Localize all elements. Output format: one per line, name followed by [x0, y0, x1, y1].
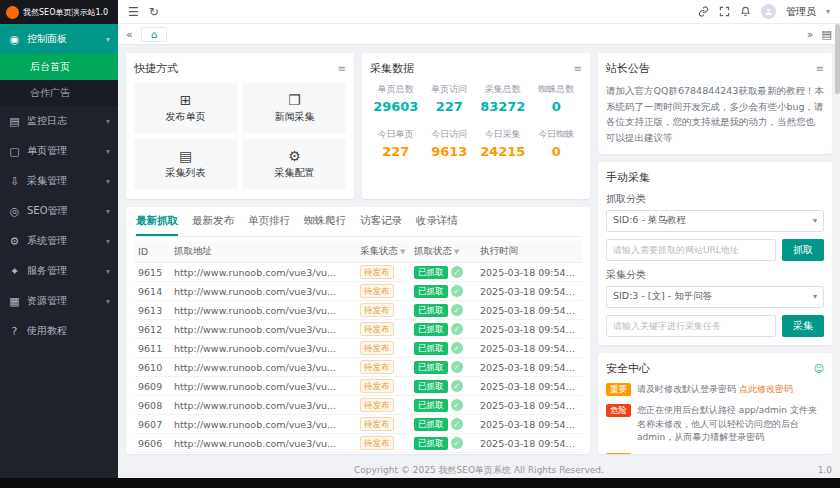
- security-list: 重要请及时修改默认登录密码 点此修改密码危险您正在使用后台默认路径 app/ad…: [606, 383, 824, 454]
- cell-grab-status: 已抓取✓: [410, 282, 476, 301]
- cell-collect-status: 待发布: [356, 415, 410, 434]
- tab-最新抓取[interactable]: 最新抓取: [136, 214, 178, 236]
- sidebar-item-label: 采集管理: [27, 174, 67, 188]
- stat-label: 蜘蛛总数: [531, 83, 583, 96]
- tab-访客记录[interactable]: 访客记录: [360, 214, 402, 236]
- sidebar-item-database[interactable]: ▦资源管理▾: [0, 286, 118, 316]
- app-layout: 我然SEO单页演示站1.0 ◉控制面板▾后台首页合作广告▤监控日志▾▢单页管理▾…: [0, 0, 840, 478]
- table-row: 9608http://www.runoob.com/vue3/vu...待发布已…: [134, 396, 582, 415]
- table-row: 9614http://www.runoob.com/vue3/vu...待发布已…: [134, 282, 582, 301]
- monitor-icon: ▤: [8, 115, 21, 128]
- menu-toggle-icon[interactable]: ☰: [128, 6, 139, 18]
- manual-collect-card: 手动采集 抓取分类 SID:6 - 菜鸟教程 ▾ 抓取 采集分类 SID:3 -…: [598, 162, 832, 345]
- tab-蜘蛛爬行[interactable]: 蜘蛛爬行: [304, 214, 346, 236]
- grab-category-select[interactable]: SID:6 - 菜鸟教程 ▾: [606, 210, 824, 232]
- security-card-header: 安全中心 ☺: [606, 361, 824, 376]
- pending-badge: 待发布: [360, 284, 394, 298]
- fullscreen-icon[interactable]: [719, 6, 730, 17]
- check-icon: ✓: [451, 266, 463, 278]
- security-card: 安全中心 ☺ 重要请及时修改默认登录密码 点此修改密码危险您正在使用后台默认路径…: [598, 353, 832, 454]
- filter-icon[interactable]: ▼: [454, 248, 459, 256]
- card-menu-icon[interactable]: ≡: [574, 63, 582, 74]
- stat-value: 0: [531, 144, 583, 159]
- collect-keyword-input[interactable]: [606, 315, 776, 337]
- table-head: ID抓取地址采集状态▼抓取状态▼执行时间: [134, 241, 582, 263]
- seo-icon: ◎: [8, 205, 21, 218]
- chevron-down-icon: ▾: [106, 35, 110, 44]
- shortcut-collect-gear[interactable]: ⚙采集配置: [243, 139, 346, 189]
- collect-input-row: 采集: [606, 315, 824, 337]
- sidebar-item-service[interactable]: ✦服务管理▾: [0, 256, 118, 286]
- cell-id: 9607: [134, 415, 170, 434]
- cell-url: http://www.runoob.com/vue3/vu...: [170, 358, 356, 377]
- stats-title: 采集数据: [370, 61, 414, 76]
- security-link[interactable]: 点此修改密码: [739, 384, 793, 394]
- cell-collect-status: 待发布: [356, 263, 410, 282]
- card-menu-icon[interactable]: ≡: [338, 63, 346, 74]
- chevron-down-icon: ▾: [106, 267, 110, 276]
- footer-text: Copyright © 2025 我然SEO单页系统 All Rights Re…: [354, 464, 604, 477]
- sidebar-item-monitor[interactable]: ▤监控日志▾: [0, 106, 118, 136]
- collect-button[interactable]: 采集: [782, 315, 824, 337]
- sidebar-subitem[interactable]: 合作广告: [0, 80, 118, 106]
- chevron-down-icon: ▾: [813, 292, 817, 301]
- sidebar-subitem[interactable]: 后台首页: [0, 54, 118, 80]
- grabbed-badge: 已抓取: [414, 418, 448, 431]
- shortcut-collect-list[interactable]: ▤采集列表: [134, 139, 237, 189]
- stat-value: 24215: [477, 144, 529, 159]
- dashboard-icon: ◉: [8, 33, 21, 46]
- stat-today: 今日单页227: [370, 128, 422, 159]
- sidebar-item-download[interactable]: ⇩采集管理▾: [0, 166, 118, 196]
- grab-url-input[interactable]: [606, 239, 776, 261]
- shortcut-publish-grid[interactable]: ⊞发布单页: [134, 83, 237, 133]
- sidebar-item-seo[interactable]: ◎SEO管理▾: [0, 196, 118, 226]
- gear-icon: ⚙: [8, 235, 21, 248]
- grab-button[interactable]: 抓取: [782, 239, 824, 261]
- cell-time: 2025-03-18 09:54:28: [476, 415, 582, 434]
- column-header: 采集状态▼: [356, 241, 410, 263]
- home-tab[interactable]: ⌂: [141, 27, 167, 42]
- chevron-down-icon: ▾: [813, 216, 817, 225]
- cell-time: 2025-03-18 09:54:28: [476, 339, 582, 358]
- tab-最新发布[interactable]: 最新发布: [192, 214, 234, 236]
- security-text: 请及时修改默认站点密钥 点此修改密钥: [637, 453, 793, 454]
- scrollbar-thumb[interactable]: [835, 24, 840, 94]
- tabs-menu-icon[interactable]: ▤: [822, 28, 832, 41]
- link-icon[interactable]: [698, 6, 709, 17]
- chevron-down-icon: ▾: [106, 177, 110, 186]
- grabbed-badge: 已抓取: [414, 399, 448, 412]
- stat-value: 227: [424, 99, 476, 114]
- scrollbar[interactable]: [835, 24, 840, 478]
- chevron-down-icon: ▾: [106, 297, 110, 306]
- card-menu-icon[interactable]: ≡: [816, 63, 824, 74]
- tab-单页排行[interactable]: 单页排行: [248, 214, 290, 236]
- sidebar-item-page[interactable]: ▢单页管理▾: [0, 136, 118, 166]
- username-label[interactable]: 管理员: [786, 5, 816, 19]
- avatar[interactable]: [761, 4, 776, 19]
- tabs-scroll-left-icon[interactable]: «: [126, 28, 133, 41]
- cell-url: http://www.runoob.com/vue3/vu...: [170, 301, 356, 320]
- cell-id: 9612: [134, 320, 170, 339]
- stat-total: 单页访问227: [424, 83, 476, 114]
- column-header: 执行时间: [476, 241, 582, 263]
- collect-category-select[interactable]: SID:3 - [文] - 知乎问答 ▾: [606, 286, 824, 308]
- shortcut-label: 新闻采集: [275, 110, 315, 124]
- grabbed-badge: 已抓取: [414, 437, 448, 450]
- stats-card: 采集数据 ≡ 单页总数29603单页访问227采集总数83272蜘蛛总数0今日单…: [362, 53, 590, 199]
- sidebar-item-help[interactable]: ?使用教程: [0, 316, 118, 346]
- filter-icon[interactable]: ▼: [400, 248, 405, 256]
- version-label: 1.0: [818, 465, 832, 475]
- cell-time: 2025-03-18 09:54:28: [476, 396, 582, 415]
- cell-time: 2025-03-18 09:54:28: [476, 434, 582, 453]
- notice-card: 站长公告 ≡ 请加入官方QQ群6784844243获取最新的教程！本系统码了一周…: [598, 53, 832, 154]
- bell-icon[interactable]: [740, 6, 751, 17]
- cell-url: http://www.runoob.com/vue3/vu...: [170, 377, 356, 396]
- cell-collect-status: 待发布: [356, 339, 410, 358]
- tab-收录详情[interactable]: 收录详情: [416, 214, 458, 236]
- refresh-icon[interactable]: ↻: [149, 6, 159, 18]
- sidebar-item-gear[interactable]: ⚙系统管理▾: [0, 226, 118, 256]
- sidebar-item-dashboard[interactable]: ◉控制面板▾: [0, 24, 118, 54]
- tabs-scroll-right-icon[interactable]: »: [807, 28, 814, 41]
- shortcut-news-book[interactable]: ❐新闻采集: [243, 83, 346, 133]
- column-header: ID: [134, 241, 170, 263]
